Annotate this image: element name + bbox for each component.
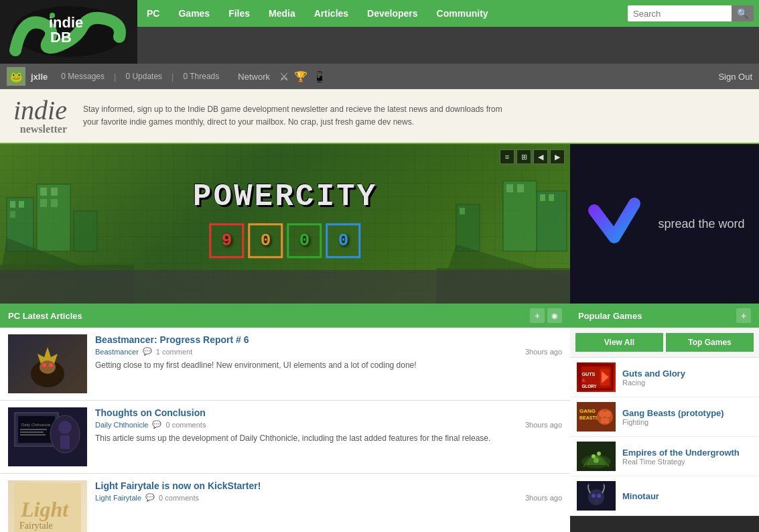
svg-point-64: [588, 489, 604, 505]
game-item: GUTS & GLORY Guts and Glory Racing: [570, 358, 759, 397]
hero-grid-view-button[interactable]: ⊞: [516, 149, 531, 164]
vg-advertisement: spread the word: [570, 144, 759, 304]
nav-files[interactable]: Files: [219, 0, 259, 27]
svg-point-31: [49, 363, 53, 367]
popular-games-header: Popular Games +: [570, 304, 759, 328]
newsletter-title: indie: [13, 97, 67, 124]
hero-controls: ≡ ⊞ ◀ ▶: [500, 149, 565, 164]
nav-articles[interactable]: Articles: [305, 0, 358, 27]
hero-list-view-button[interactable]: ≡: [500, 149, 514, 164]
newsletter-subtitle: newsletter: [13, 124, 67, 135]
nav-games[interactable]: Games: [169, 0, 219, 27]
article-title-2[interactable]: Thoughts on Conclusion: [95, 407, 562, 418]
svg-rect-67: [594, 500, 598, 503]
hero-banner: POWERCITY 9 0 0 0 ≡ ⊞ ◀ ▶: [0, 144, 570, 304]
article-thumbnail-2[interactable]: Daily Chthonicle: [8, 407, 87, 466]
articles-section-title: PC Latest Articles: [8, 311, 82, 321]
nav-and-search: PC Games Files Media Articles Developers…: [137, 0, 759, 64]
article-comments-3[interactable]: 0 comments: [159, 494, 199, 502]
svg-point-60: [592, 454, 596, 458]
article-title-1[interactable]: Beastmancer: Progress Report # 6: [95, 334, 562, 345]
hero-title-area: POWERCITY 9 0 0 0: [193, 182, 377, 258]
game-title-3[interactable]: Empires of the Undergrowth: [622, 448, 752, 458]
comment-icon-2: 💬: [152, 420, 161, 429]
game-item: Empires of the Undergrowth Real Time Str…: [570, 437, 759, 476]
search-button[interactable]: 🔍: [732, 5, 754, 21]
svg-point-62: [594, 458, 599, 463]
nav-developers[interactable]: Developers: [358, 0, 427, 27]
mobile-icon[interactable]: 📱: [313, 70, 326, 83]
hero-next-button[interactable]: ▶: [550, 149, 565, 164]
svg-rect-57: [601, 418, 609, 423]
article-comments-1[interactable]: 1 comment: [156, 348, 192, 356]
hero-numbers: 9 0 0 0: [193, 223, 377, 258]
article-meta-2: Daily Chthonicle 💬 0 comments 3hours ago: [95, 420, 562, 429]
nav-community[interactable]: Community: [427, 0, 498, 27]
game-thumbnail-2[interactable]: GANG BEASTS: [577, 402, 616, 431]
sword-icon[interactable]: ⚔: [279, 70, 289, 83]
main-container: POWERCITY 9 0 0 0 ≡ ⊞ ◀ ▶: [0, 144, 759, 532]
user-bar: 🐸 jxlle 0 Messages | 0 Updates | 0 Threa…: [0, 64, 759, 89]
svg-point-29: [40, 360, 56, 374]
svg-point-61: [597, 452, 601, 456]
article-time-3: 3hours ago: [525, 494, 562, 502]
svg-rect-12: [51, 188, 58, 196]
article-thumbnail-3[interactable]: Light Fairytale: [8, 480, 87, 532]
game-thumbnail-1[interactable]: GUTS & GLORY: [577, 362, 616, 392]
svg-text:GLORY: GLORY: [581, 384, 597, 389]
svg-rect-23: [517, 184, 524, 192]
nav-pc[interactable]: PC: [137, 0, 169, 27]
svg-rect-15: [74, 211, 97, 251]
game-thumbnail-3[interactable]: [577, 442, 616, 471]
popular-games-add-button[interactable]: +: [736, 308, 751, 323]
top-games-button[interactable]: Top Games: [666, 333, 754, 352]
site-logo[interactable]: indie DB: [9, 3, 129, 60]
right-sidebar: spread the word Popular Games + View All…: [570, 144, 759, 532]
user-icons: ⚔ 🏆 📱: [279, 70, 326, 83]
article-comments-2[interactable]: 0 comments: [165, 421, 206, 429]
hero-num-1: 9: [209, 223, 244, 258]
article-thumbnail-1[interactable]: [8, 334, 87, 393]
articles-add-button[interactable]: +: [530, 308, 545, 323]
svg-text:DB: DB: [50, 29, 72, 46]
svg-rect-37: [20, 431, 44, 433]
svg-text:🐸: 🐸: [10, 71, 23, 83]
newsletter-banner: indie newsletter Stay informed, sign up …: [0, 89, 759, 144]
vg-text-area: spread the word: [650, 215, 744, 233]
trophy-icon[interactable]: 🏆: [294, 70, 307, 83]
username[interactable]: jxlle: [31, 72, 48, 82]
hero-num-4: 0: [326, 223, 360, 258]
game-genre-3: Real Time Strategy: [622, 458, 752, 466]
article-item: Daily Chthonicle Thoughts on Conclusion: [0, 401, 570, 474]
left-column: POWERCITY 9 0 0 0 ≡ ⊞ ◀ ▶: [0, 144, 570, 532]
game-genre-2: Fighting: [622, 418, 752, 426]
newsletter-logo-text: indie newsletter: [13, 97, 67, 135]
svg-text:GUTS: GUTS: [581, 372, 595, 377]
game-item: Minotaur: [570, 476, 759, 516]
hero-road: [0, 270, 570, 304]
article-item: Beastmancer: Progress Report # 6 Beastma…: [0, 328, 570, 401]
vg-spread-text: spread the word: [658, 215, 744, 233]
article-source-1[interactable]: Beastmancer: [95, 348, 139, 356]
game-title-2[interactable]: Gang Beasts (prototype): [622, 408, 752, 418]
game-title-1[interactable]: Guts and Glory: [622, 369, 752, 379]
article-title-3[interactable]: Light Fairytale is now on KickStarter!: [95, 480, 562, 491]
article-source-2[interactable]: Daily Chthonicle: [95, 421, 148, 429]
network-link[interactable]: Network: [238, 72, 270, 82]
articles-rss-button[interactable]: ◉: [547, 308, 562, 323]
comment-icon-1: 💬: [143, 347, 152, 356]
sign-out-button[interactable]: Sign Out: [718, 72, 752, 82]
view-all-button[interactable]: View All: [575, 333, 663, 352]
article-time-2: 3hours ago: [525, 421, 562, 429]
game-thumbnail-4[interactable]: [577, 481, 616, 511]
svg-text:Fairytale: Fairytale: [19, 521, 53, 531]
game-title-4[interactable]: Minotaur: [622, 491, 752, 501]
svg-point-65: [592, 494, 596, 498]
search-input[interactable]: [628, 5, 732, 21]
article-source-3[interactable]: Light Fairytale: [95, 494, 141, 502]
article-time-1: 3hours ago: [525, 348, 562, 356]
svg-text:Light: Light: [20, 497, 69, 521]
hero-prev-button[interactable]: ◀: [533, 149, 548, 164]
nav-media[interactable]: Media: [259, 0, 305, 27]
avatar: 🐸: [7, 67, 25, 86]
